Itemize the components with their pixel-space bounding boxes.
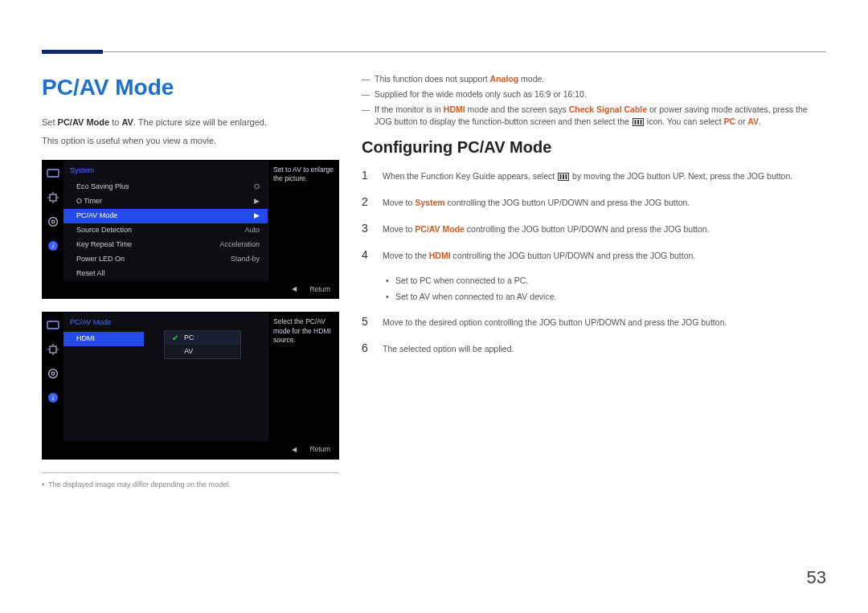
step-1: 1 When the Function Key Guide appears, s… xyxy=(362,167,826,184)
text: Set xyxy=(42,117,58,127)
right-column: This function does not support Analog mo… xyxy=(362,71,826,491)
note-2: Supplied for the wide models only such a… xyxy=(362,88,826,101)
osd-popup-option-label: AV xyxy=(184,346,193,358)
step-6: 6 The selected option will be applied. xyxy=(362,340,826,357)
text: mode and the screen says xyxy=(465,104,569,114)
osd-sidebar-icons: i xyxy=(43,313,63,441)
osd-item-label: Source Detection xyxy=(76,225,132,236)
screen-adjust-icon xyxy=(46,191,60,204)
text-highlight: HDMI xyxy=(429,251,451,260)
svg-rect-0 xyxy=(47,170,59,177)
step-number: 3 xyxy=(362,220,373,237)
text: to xyxy=(109,117,121,127)
osd-sidebar-icons: i xyxy=(43,161,63,281)
osd-item-label: Power LED On xyxy=(76,254,125,265)
osd-hint-panel: Select the PC/AV mode for the HDMI sourc… xyxy=(268,313,338,441)
picture-icon xyxy=(46,167,60,180)
picture-icon xyxy=(46,319,60,332)
info-icon: i xyxy=(46,391,60,404)
osd-menu-header: PC/AV Mode xyxy=(63,313,268,332)
text: controlling the JOG button UP/DOWN and p… xyxy=(465,224,710,234)
text: . xyxy=(759,116,761,126)
header-accent-bar xyxy=(42,50,103,54)
text: controlling the JOG button UP/DOWN and p… xyxy=(451,251,696,260)
info-icon: i xyxy=(46,239,60,252)
step-4: 4 Move to the HDMI controlling the JOG b… xyxy=(362,247,826,264)
step-5: 5 Move to the desired option controlling… xyxy=(362,313,826,330)
step-text: Move to the HDMI controlling the JOG but… xyxy=(383,247,826,263)
osd-menu-item: Source DetectionAuto xyxy=(63,223,268,238)
text-highlight: HDMI xyxy=(444,104,465,114)
footnote-text: The displayed image may differ depending… xyxy=(42,480,339,491)
step-number: 5 xyxy=(362,313,373,330)
osd-item-value: Auto xyxy=(244,225,260,236)
osd-screenshot-pcav: i PC/AV Mode HDMI ✔ PC AV xyxy=(42,312,339,460)
sub-bullet: Set to PC when connected to a PC. xyxy=(386,273,826,289)
step-text: Move to the desired option controlling t… xyxy=(383,314,826,329)
svg-point-3 xyxy=(51,220,55,223)
gear-icon xyxy=(46,367,60,380)
section-title: Configuring PC/AV Mode xyxy=(362,135,826,159)
osd-menu-item-selected: PC/AV Mode▶ xyxy=(63,209,268,223)
osd-item-label: Reset All xyxy=(76,268,105,280)
step-text: Move to PC/AV Mode controlling the JOG b… xyxy=(383,221,826,236)
page-title: PC/AV Mode xyxy=(42,71,339,104)
step-3: 3 Move to PC/AV Mode controlling the JOG… xyxy=(362,220,826,237)
check-placeholder xyxy=(171,348,179,356)
osd-popup-option-selected: ✔ PC xyxy=(165,331,240,345)
text-highlight: Check Signal Cable xyxy=(569,104,647,114)
text-highlight: System xyxy=(415,198,444,207)
text: When the Function Key Guide appears, sel… xyxy=(383,171,557,181)
left-column: PC/AV Mode Set PC/AV Mode to AV. The pic… xyxy=(42,71,339,491)
step-number: 4 xyxy=(362,247,373,264)
osd-menu-item: Power LED OnStand-by xyxy=(63,252,268,267)
text: Move to the xyxy=(383,251,429,260)
footnote-rule xyxy=(42,472,339,473)
sub-bullets: Set to PC when connected to a PC. Set to… xyxy=(386,273,826,305)
check-icon: ✔ xyxy=(171,334,179,342)
osd-menu-item-selected: HDMI xyxy=(63,332,144,346)
steps-list-continued: 5 Move to the desired option controlling… xyxy=(362,313,826,357)
osd-option-popup: ✔ PC AV xyxy=(164,330,241,359)
text: mode. xyxy=(518,74,544,84)
osd-footer: ◀ Return xyxy=(43,281,338,299)
step-text: The selected option will be applied. xyxy=(383,341,826,356)
osd-item-label: Eco Saving Plus xyxy=(76,182,129,193)
text-highlight: Analog xyxy=(490,74,519,84)
osd-item-label: O Timer xyxy=(76,196,102,207)
step-text: Move to System controlling the JOG butto… xyxy=(383,194,826,210)
svg-rect-14 xyxy=(637,120,639,125)
osd-return-label: Return xyxy=(309,444,330,455)
back-arrow-icon: ◀ xyxy=(292,445,297,455)
header-rule xyxy=(42,51,826,52)
menu-icon xyxy=(558,172,569,180)
text: or xyxy=(735,116,747,126)
osd-item-label: PC/AV Mode xyxy=(76,210,117,222)
osd-menu-item: Eco Saving PlusO xyxy=(63,180,268,194)
sub-bullet: Set to AV when connected to an AV device… xyxy=(386,289,826,305)
menu-icon xyxy=(633,117,644,125)
text: . The picture size will be enlarged. xyxy=(133,117,267,127)
svg-rect-17 xyxy=(560,174,562,179)
text: Move to xyxy=(383,224,415,234)
osd-screenshot-system: i System Eco Saving PlusO O Timer▶ PC/AV… xyxy=(42,160,339,299)
osd-item-value: Acceleration xyxy=(219,239,260,251)
note-3: If the monitor is in HDMI mode and the s… xyxy=(362,104,826,129)
svg-rect-19 xyxy=(566,174,567,179)
step-number: 2 xyxy=(362,194,373,210)
text-bold: PC/AV Mode xyxy=(58,117,110,127)
osd-menu-list: PC/AV Mode HDMI ✔ PC AV xyxy=(63,313,268,441)
osd-item-value: ▶ xyxy=(254,196,260,207)
osd-item-label: Key Repeat Time xyxy=(76,239,132,251)
gear-icon xyxy=(46,215,60,228)
osd-popup-option: AV xyxy=(165,345,240,358)
step-number: 6 xyxy=(362,340,373,357)
screen-adjust-icon xyxy=(46,343,60,356)
osd-menu-item: O Timer▶ xyxy=(63,194,268,209)
text: controlling the JOG button UP/DOWN and p… xyxy=(445,198,690,207)
svg-point-8 xyxy=(49,370,58,378)
text-highlight: AV xyxy=(747,116,759,126)
osd-item-value: O xyxy=(254,182,260,193)
svg-rect-15 xyxy=(640,120,641,125)
osd-hint-panel: Set to AV to enlarge the picture. xyxy=(268,161,338,281)
